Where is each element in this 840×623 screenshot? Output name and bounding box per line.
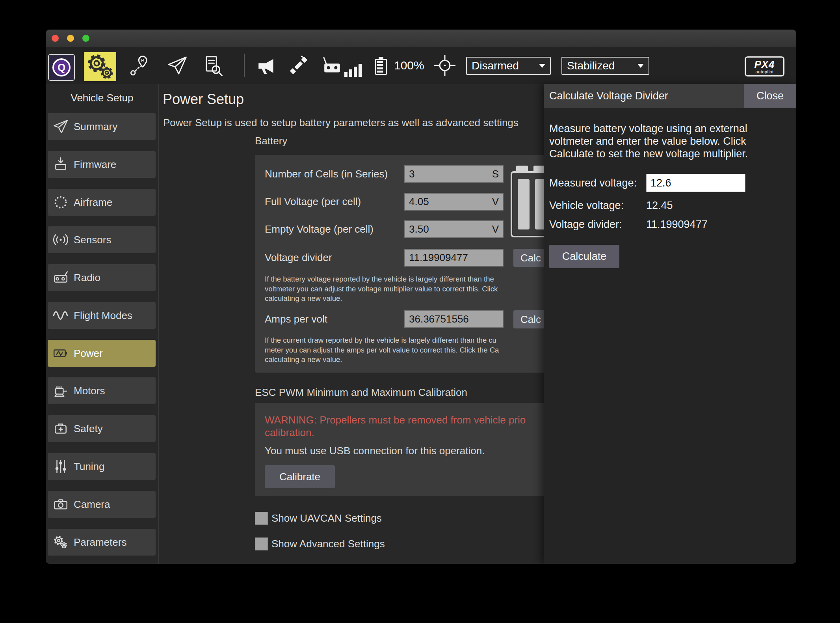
sidebar-item-summary[interactable]: Summary [48, 113, 156, 140]
waypoint-icon: B [128, 54, 151, 76]
vehicle-messages-button[interactable] [255, 54, 277, 76]
advanced-checkbox[interactable] [255, 537, 268, 550]
dialog-title: Calculate Voltage Divider [549, 84, 668, 108]
satellite-icon [288, 54, 310, 76]
megaphone-icon [255, 54, 277, 76]
voltage-divider-dialog: Calculate Voltage Divider Close Measure … [544, 84, 796, 564]
svg-text:B: B [141, 58, 145, 63]
sidebar-item-airframe[interactable]: Airframe [48, 189, 156, 216]
paper-plane-icon [166, 54, 188, 76]
gps-status-indicator[interactable] [288, 54, 310, 76]
analyze-view-button[interactable] [202, 54, 224, 76]
esc-warning-text: WARNING: Propellers must be removed from… [265, 414, 526, 439]
voltage-divider-label: Voltage divider [265, 249, 332, 267]
voltage-divider-label: Voltage divider: [549, 218, 622, 231]
fly-view-button[interactable] [166, 54, 188, 76]
sidebar-item-safety[interactable]: Safety [48, 415, 156, 442]
px4-autopilot-logo[interactable]: PX4 autopilot [745, 56, 784, 76]
sidebar-item-motors[interactable]: Motors [48, 377, 156, 404]
calculate-button[interactable]: Calculate [549, 245, 619, 268]
position-indicator[interactable] [434, 54, 456, 76]
vehicle-setup-view-button[interactable] [84, 52, 116, 81]
empty-voltage-label: Empty Voltage (per cell) [265, 220, 374, 238]
sidebar-item-sensors[interactable]: Sensors [48, 226, 156, 253]
flight-mode-dropdown[interactable]: Stabilized [561, 57, 649, 75]
arm-status-label: Disarmed [472, 60, 519, 72]
sidebar-title: Vehicle Setup [46, 91, 158, 104]
esc-section-title: ESC PWM Minimum and Maximum Calibration [255, 386, 467, 399]
radio-icon [52, 269, 69, 286]
sensors-waves-icon [52, 231, 69, 248]
chevron-down-icon [539, 64, 545, 68]
advanced-settings-row: Show Advanced Settings [255, 537, 385, 550]
cells-label: Number of Cells (in Series) [265, 165, 388, 183]
gears-icon [84, 50, 116, 83]
close-window-button[interactable] [52, 35, 59, 42]
field-suffix: V [492, 196, 499, 208]
flight-modes-wave-icon [52, 307, 69, 324]
battery-percent: 100% [394, 47, 424, 84]
measured-voltage-label: Measured voltage: [549, 174, 637, 192]
qgc-logo-button[interactable]: Q [48, 54, 75, 81]
vehicle-voltage-label: Vehicle voltage: [549, 199, 624, 212]
arm-status-dropdown[interactable]: Disarmed [466, 57, 551, 75]
page-subtitle: Power Setup is used to setup battery par… [163, 116, 518, 129]
chevron-down-icon [637, 64, 644, 68]
rc-rssi-indicator[interactable] [321, 54, 343, 76]
paper-plane-icon [52, 118, 69, 135]
uavcan-checkbox[interactable] [255, 512, 268, 525]
voltage-divider-value: 11.19909477 [646, 218, 708, 231]
screenshot-canvas: Q B [0, 0, 840, 623]
battery-indicator[interactable] [375, 57, 387, 75]
battery-section-label: Battery [255, 134, 287, 147]
calibrate-button[interactable]: Calibrate [265, 465, 335, 488]
advanced-checkbox-label: Show Advanced Settings [271, 538, 385, 550]
usb-note: You must use USB connection for this ope… [265, 444, 485, 457]
cells-field[interactable]: 3 S [404, 165, 504, 183]
titlebar [46, 30, 796, 47]
first-aid-icon [52, 420, 69, 437]
zoom-window-button[interactable] [82, 35, 89, 42]
measured-voltage-input[interactable] [646, 174, 745, 192]
qgroundcontrol-window: Q B [46, 30, 796, 564]
voltage-divider-field[interactable]: 11.19909477 [404, 249, 504, 267]
page-title: Power Setup [163, 91, 244, 108]
minimize-window-button[interactable] [67, 35, 74, 42]
airframe-dots-icon [52, 194, 69, 211]
qgc-logo-icon: Q [52, 58, 71, 76]
field-suffix: S [492, 168, 499, 180]
field-suffix: V [492, 223, 499, 235]
full-voltage-field[interactable]: 4.05 V [404, 193, 504, 211]
sliders-icon [52, 458, 69, 475]
crosshair-icon [434, 54, 456, 76]
sidebar-item-radio[interactable]: Radio [48, 264, 156, 291]
amps-per-volt-label: Amps per volt [265, 310, 327, 328]
amps-per-volt-field[interactable]: 36.36751556 [404, 310, 504, 328]
camera-icon [52, 496, 69, 513]
signal-bars-icon[interactable] [344, 63, 362, 77]
sidebar-item-power[interactable]: Power [48, 340, 156, 367]
flight-mode-label: Stabilized [567, 60, 615, 72]
firmware-download-icon [52, 156, 69, 173]
document-search-icon [202, 54, 224, 76]
plan-view-button[interactable]: B [128, 54, 151, 76]
gears-icon [52, 534, 69, 550]
sidebar-item-firmware[interactable]: Firmware [48, 151, 156, 178]
close-button[interactable]: Close [744, 84, 796, 108]
sidebar-item-tuning[interactable]: Tuning [48, 453, 156, 480]
sidebar-item-parameters[interactable]: Parameters [48, 529, 156, 556]
empty-voltage-field[interactable]: 3.50 V [404, 220, 504, 238]
motor-icon [52, 382, 69, 399]
amps-help-text: If the current draw reported by the vehi… [265, 336, 499, 365]
sidebar-item-camera[interactable]: Camera [48, 491, 156, 518]
px4-logo-subtext: autopilot [755, 70, 773, 74]
uavcan-settings-row: Show UAVCAN Settings [255, 511, 382, 525]
dialog-header: Calculate Voltage Divider Close [544, 84, 796, 108]
sidebar-item-flight-modes[interactable]: Flight Modes [48, 302, 156, 329]
battery-icon [52, 345, 69, 362]
rc-transmitter-icon [321, 54, 343, 76]
full-voltage-label: Full Voltage (per cell) [265, 193, 361, 211]
vehicle-voltage-value: 12.45 [646, 199, 673, 212]
toolbar-divider [244, 54, 245, 77]
voltage-help-text: If the battery voltage reported by the v… [265, 274, 498, 304]
